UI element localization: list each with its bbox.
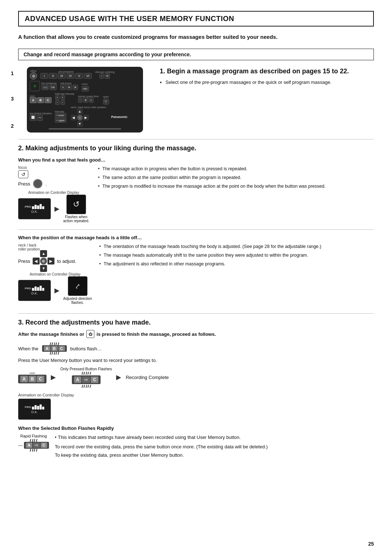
rapid-heading: When the Selected Button Flashes Rapidly — [18, 425, 374, 431]
press-user-memory-text: Press the User Memory button you want to… — [18, 358, 374, 363]
page-title: ADVANCED USAGE WITH THE USER MEMORY FUNC… — [25, 15, 367, 23]
press-row1: Press . — [18, 179, 47, 188]
step1-bullets: Select one of the pre-program massages o… — [166, 79, 374, 86]
ottoman-btn2[interactable]: ⟲ — [105, 73, 110, 79]
flow-only-pressed: Only Pressed Button Flashes A ⇨ C — [60, 367, 112, 388]
flow-btn-c[interactable]: C — [37, 376, 44, 382]
flow-only-a: A — [74, 376, 82, 383]
vibration-btn[interactable]: 〜 — [37, 115, 43, 121]
rapid-label: Rapid Flashing — [20, 434, 47, 438]
user-b-btn[interactable]: B — [37, 97, 44, 103]
flashes-label1: Flashes when action repeated. — [63, 215, 89, 223]
rapid-right: •This indicates that settings have alrea… — [55, 434, 374, 459]
section-box: Change and record massage programs accor… — [18, 49, 374, 60]
abc-c-flash: C — [58, 346, 65, 351]
user-c-btn[interactable]: C — [45, 97, 52, 103]
rapid-section: When the Selected Button Flashes Rapidly… — [18, 425, 374, 459]
flow-only-b-active: ⇨ — [82, 376, 90, 383]
rapid-a-btn: A — [26, 443, 32, 448]
when-abc-row: When the A B C — [18, 342, 374, 355]
subtitle: A function that allows you to create cus… — [18, 33, 374, 41]
step3-anim-label: Animation on Controller Display — [18, 393, 74, 397]
timer-minus-btn[interactable]: ◁◁ — [41, 85, 49, 90]
off-on-btn[interactable]: ⏻ — [30, 72, 37, 80]
anim-display2: Animation on Controller Display PRO — [18, 272, 92, 305]
display-screen: ⊙ — [30, 81, 40, 91]
timer-ok-btn[interactable]: OK — [49, 85, 57, 90]
flow-btn-a[interactable]: A — [20, 376, 28, 382]
substep2-b3: The adjustment is also reflected in othe… — [99, 261, 374, 268]
divider2 — [18, 229, 374, 230]
after-note-text2: is pressed to finish the massage, procee… — [97, 331, 216, 337]
step1-info: 1. Begin a massage program as described … — [160, 67, 374, 87]
roller-position-cross[interactable]: ▲ ◀ ○ ▶ ▼ — [71, 109, 89, 127]
substep1-heading: When you find a spot that feels good… — [18, 157, 374, 163]
intensity2-up-btn[interactable]: + — [61, 95, 65, 100]
abc-b-flash: B — [51, 346, 58, 351]
speed-btn[interactable]: ⊕ — [83, 98, 88, 103]
time-btn[interactable]: ▷ — [89, 98, 94, 103]
adjusted-label: Adjusted direction flashes. — [63, 297, 92, 305]
arrow2: ▶ — [54, 286, 60, 294]
substep1-right: The massage action in progress when the … — [98, 166, 374, 191]
recording-complete-label: Recording Complete — [126, 375, 169, 380]
prog-IV-btn[interactable]: IV — [66, 73, 74, 79]
flow-arrow2: ▶ — [116, 373, 121, 381]
step3-anim-area: Animation on Controller Display PRO O.K. — [18, 393, 374, 420]
prog-III-btn[interactable]: III — [58, 73, 66, 79]
substep2: When the position of the massage heads i… — [18, 235, 374, 305]
only-pressed-label: Only Pressed Button Flashes — [60, 367, 112, 371]
ottoman-btn1[interactable]: ↑ — [99, 73, 104, 79]
intensity-dn-btn[interactable]: − — [55, 100, 60, 105]
press-label2: Press — [18, 258, 30, 264]
prog-II-btn[interactable]: II — [49, 73, 57, 79]
intensity-up-btn[interactable]: + — [55, 95, 60, 100]
roller-cross2[interactable]: ▲ ◀ ⊕ ▶ ▼ — [33, 250, 54, 272]
self-prog-btn3[interactable]: ≋ — [73, 85, 78, 90]
period1: . — [45, 181, 47, 187]
intupper-btn[interactable]: + upper — [55, 118, 66, 123]
self-prog-btn2[interactable]: ≋ — [66, 85, 72, 90]
flow-recording-complete: Recording Complete — [126, 375, 169, 380]
label-3: 3 — [11, 96, 14, 102]
substep2-b1: The orientation of the massage heads tou… — [99, 243, 374, 250]
result-icon2: ⤤ — [68, 276, 87, 296]
anim-label1: Animation on Controller Display — [28, 191, 79, 195]
power-icon-inline: ⏻ — [86, 330, 94, 338]
divider1 — [18, 139, 374, 139]
rapid-text1: To record over the existing data, press … — [55, 443, 374, 451]
focus-btn[interactable] — [33, 179, 42, 188]
step3-section: 3. Record the adjustments you have made.… — [18, 319, 374, 459]
rapid-left: Rapid Flashing — A ⇨ C — [18, 434, 49, 452]
press-label1: Press — [18, 181, 30, 187]
prog-I-btn[interactable]: I — [40, 73, 48, 79]
step3-pro-screen: PRO O.K. — [18, 399, 51, 420]
substep2-heading: When the position of the massage heads i… — [18, 235, 374, 240]
prog-VI-btn[interactable]: VI — [84, 73, 92, 79]
min-btn[interactable]: − — [78, 98, 82, 103]
substep1: When you find a spot that feels good… fo… — [18, 157, 374, 223]
step3-flow-diagram: user A B C ▶ Only Pressed Button Flashes — [18, 367, 374, 388]
rapid-row: Rapid Flashing — A ⇨ C — [18, 434, 374, 459]
user-a-btn[interactable]: A — [30, 97, 37, 103]
substep1-row: focus ↺ Press . Animation on Controller … — [18, 166, 374, 223]
prog-V-btn[interactable]: V — [75, 73, 83, 79]
flow-abc-source: user A B C — [18, 371, 46, 383]
self-prog-btn1[interactable]: ∿ — [60, 85, 66, 90]
rapid-text2: To keep the existing data, press another… — [55, 452, 374, 459]
arrow1: ▶ — [54, 205, 60, 213]
rapid-bullet1: •This indicates that settings have alrea… — [55, 434, 374, 441]
intlow-btn[interactable]: + lower — [55, 113, 66, 118]
substep1-b3: The program is modified to increase the … — [98, 183, 374, 190]
controller-diagram: 1 2 3 off/on ⏻ pre-programs I II — [18, 67, 149, 133]
intensity2-dn-btn[interactable]: − — [61, 100, 65, 105]
leg-stretch-btn[interactable]: ⬜ — [30, 115, 36, 121]
pro-screen1: PRO O.K. — [18, 198, 51, 219]
voice-btn[interactable]: HD — [82, 86, 89, 91]
focus-label: focus — [18, 166, 27, 170]
substep2-bullets: The orientation of the massage heads tou… — [99, 243, 374, 267]
anim-label2: Animation on Controller Display — [30, 272, 81, 276]
flow-btn-b[interactable]: B — [29, 376, 36, 382]
open-btn[interactable]: ▽ — [103, 99, 109, 105]
buttons-flash-label: buttons flash… — [70, 346, 102, 351]
